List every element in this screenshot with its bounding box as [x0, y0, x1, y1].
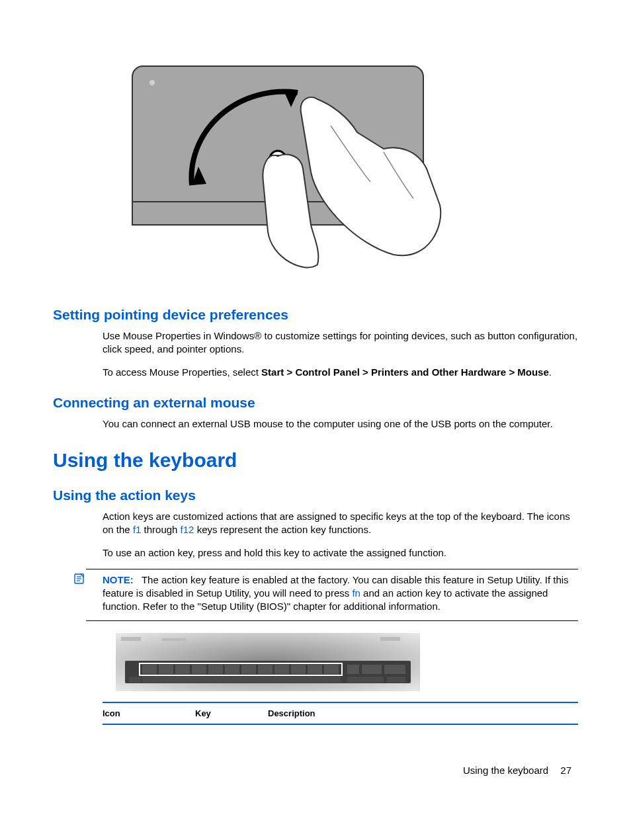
heading-using-keyboard: Using the keyboard	[53, 449, 578, 472]
svg-rect-17	[192, 665, 206, 674]
svg-point-2	[149, 80, 155, 85]
svg-rect-14	[142, 665, 157, 674]
paragraph: You can connect an external USB mouse to…	[103, 417, 578, 431]
svg-rect-20	[241, 665, 256, 674]
footer-section-label: Using the keyboard	[463, 765, 548, 776]
footer-page-number: 27	[560, 765, 571, 776]
table-header-description: Description	[268, 708, 578, 718]
note-icon	[74, 573, 85, 587]
key-ref-fn: fn	[352, 587, 360, 599]
svg-rect-25	[324, 665, 339, 674]
svg-rect-35	[380, 637, 400, 641]
svg-rect-32	[387, 677, 405, 683]
svg-rect-15	[159, 665, 173, 674]
table-header-icon: Icon	[103, 708, 195, 718]
text: .	[549, 366, 552, 378]
svg-rect-30	[142, 677, 341, 683]
key-ref-f12: f12	[181, 524, 194, 535]
svg-rect-33	[121, 637, 141, 641]
touchpad-rotate-illustration	[119, 53, 578, 280]
table-header-row: Icon Key Description	[103, 702, 578, 725]
svg-rect-27	[362, 665, 382, 674]
heading-setting-preferences: Setting pointing device preferences	[53, 307, 578, 323]
heading-action-keys: Using the action keys	[53, 487, 578, 503]
svg-rect-23	[291, 665, 306, 674]
page-footer: Using the keyboard 27	[53, 765, 578, 776]
svg-rect-24	[308, 665, 322, 674]
menu-path-bold: Start > Control Panel > Printers and Oth…	[261, 366, 549, 378]
svg-rect-16	[175, 665, 190, 674]
svg-rect-21	[258, 665, 273, 674]
heading-external-mouse: Connecting an external mouse	[53, 395, 578, 411]
paragraph: Action keys are customized actions that …	[103, 510, 578, 537]
paragraph: To use an action key, press and hold thi…	[103, 546, 578, 560]
svg-rect-31	[347, 677, 384, 683]
keyboard-actionkeys-image	[116, 633, 578, 694]
paragraph: Use Mouse Properties in Windows® to cust…	[103, 329, 578, 357]
svg-rect-26	[347, 665, 359, 674]
paragraph: To access Mouse Properties, select Start…	[103, 366, 578, 379]
key-ref-f1: f1	[133, 524, 142, 535]
svg-rect-29	[129, 677, 141, 683]
text: keys represent the action key functions.	[194, 524, 371, 535]
svg-rect-22	[274, 665, 289, 674]
table-header-key: Key	[195, 708, 268, 718]
svg-rect-19	[225, 665, 239, 674]
svg-rect-34	[162, 638, 186, 641]
svg-rect-28	[384, 665, 405, 674]
document-page: Setting pointing device preferences Use …	[0, 0, 631, 802]
note-label: NOTE:	[103, 574, 134, 585]
text: through	[141, 524, 180, 535]
text: To access Mouse Properties, select	[103, 366, 261, 378]
svg-rect-18	[208, 665, 223, 674]
note-block: NOTE: The action key feature is enabled …	[86, 569, 578, 621]
